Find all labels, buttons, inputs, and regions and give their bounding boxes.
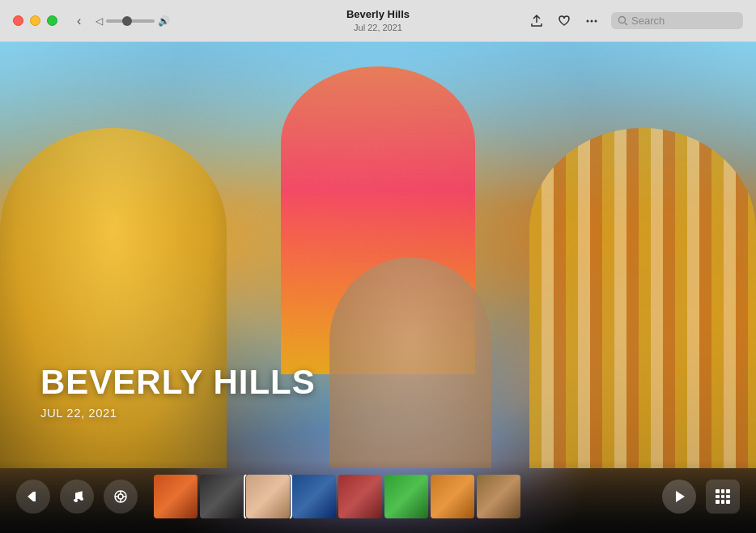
grid-dot-8 [721,500,725,504]
photo-date: JUL 22, 2021 [40,406,316,420]
nav-controls: ‹ ◁ 🔊 [74,12,170,30]
skip-back-button[interactable] [16,480,50,514]
svg-marker-15 [676,491,685,502]
main-content: BEVERLY HILLS JUL 22, 2021 [0,42,756,533]
svg-point-2 [595,19,597,22]
controls-bar [0,460,756,533]
search-input[interactable] [631,15,737,27]
svg-point-8 [79,497,82,500]
more-button[interactable] [584,13,600,29]
back-button[interactable]: ‹ [74,12,84,30]
favorite-button[interactable] [556,13,572,29]
photo-title: BEVERLY HILLS [40,364,316,401]
grid-dot-4 [716,495,720,499]
maximize-button[interactable] [47,15,57,26]
share-button[interactable] [529,13,545,29]
thumbnail-3-active[interactable] [246,475,290,518]
play-button[interactable] [662,480,696,514]
search-bar [611,12,743,29]
music-note-button[interactable] [60,480,94,514]
search-icon [618,15,628,26]
traffic-lights [13,15,57,26]
svg-point-0 [587,19,589,22]
person-front [329,258,491,468]
titlebar-subtitle: Jul 22, 2021 [346,22,410,33]
svg-point-7 [74,499,76,501]
volume-control: ◁ 🔊 [96,15,170,27]
thumbnail-8[interactable] [477,475,520,518]
svg-point-3 [619,17,626,23]
grid-view-button[interactable] [706,480,740,514]
grid-dot-2 [721,489,725,493]
svg-point-1 [591,19,593,22]
thumbnail-1[interactable] [154,475,197,518]
thumbnail-2[interactable] [200,475,244,518]
close-button[interactable] [13,15,23,26]
grid-dot-1 [716,489,720,493]
titlebar-actions [529,12,743,29]
grid-icon [716,489,730,504]
filter-button[interactable] [104,480,138,514]
thumbnail-6[interactable] [384,475,428,518]
thumbnail-7[interactable] [431,475,474,518]
titlebar-center: Beverly Hills Jul 22, 2021 [346,8,410,33]
thumbnail-4[interactable] [292,475,336,518]
volume-icon: ◁ [96,15,103,27]
minimize-button[interactable] [30,15,40,26]
svg-marker-5 [28,492,33,501]
volume-slider[interactable] [106,19,155,23]
grid-dot-3 [726,489,730,493]
svg-rect-6 [33,492,36,501]
photo-text-overlay: BEVERLY HILLS JUL 22, 2021 [40,364,316,420]
person-right [529,128,756,468]
svg-line-4 [625,23,627,25]
grid-dot-5 [721,495,725,499]
grid-dot-9 [726,500,730,504]
svg-point-10 [118,494,123,499]
thumbnail-strip [154,475,646,518]
grid-dot-7 [716,500,720,504]
titlebar-title: Beverly Hills [346,8,410,22]
grid-dot-6 [726,495,730,499]
volume-high-icon: 🔊 [158,15,170,27]
titlebar: ‹ ◁ 🔊 Beverly Hills Jul 22, 2021 [0,0,756,42]
thumbnail-5[interactable] [338,475,382,518]
